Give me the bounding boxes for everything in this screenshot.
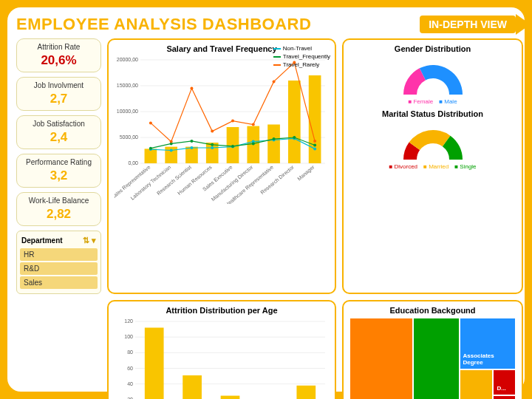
sort-icon[interactable]: ⇅ bbox=[83, 236, 89, 245]
svg-text:10000,00: 10000,00 bbox=[117, 109, 138, 114]
salary-svg: 0,005000,0010000,0015000,0020000,00Sales… bbox=[115, 56, 329, 204]
svg-text:100: 100 bbox=[124, 334, 133, 339]
svg-text:40: 40 bbox=[127, 381, 133, 386]
marital-donut bbox=[381, 121, 485, 162]
filter-icon[interactable]: ▾ bbox=[92, 236, 96, 245]
dept-item[interactable]: HR bbox=[20, 248, 98, 261]
attrition-svg: 02040608010012025 - 3435 - 4445 - 54Over… bbox=[115, 318, 329, 399]
svg-rect-17 bbox=[288, 81, 301, 163]
education-treemap: Bachelor's Degree Master's Degree Associ… bbox=[349, 318, 516, 399]
page-title: EMPLOYEE ANALYSIS DASHBOARD bbox=[16, 15, 311, 34]
kpi-attrition: Attrition Rate20,6% bbox=[16, 38, 101, 72]
svg-rect-71 bbox=[221, 396, 240, 399]
svg-text:Human Resources: Human Resources bbox=[177, 164, 213, 196]
svg-rect-73 bbox=[296, 386, 316, 399]
svg-rect-10 bbox=[145, 149, 157, 163]
kpi-involvement: Job Involvment2,7 bbox=[16, 77, 101, 111]
header: EMPLOYEE ANALYSIS DASHBOARD IN-DEPTH VIE… bbox=[16, 15, 516, 34]
svg-rect-69 bbox=[145, 327, 164, 399]
dashboard-panel: EMPLOYEE ANALYSIS DASHBOARD IN-DEPTH VIE… bbox=[7, 7, 525, 392]
education-card: Education Backgound Bachelor's Degree Ma… bbox=[342, 300, 523, 399]
svg-text:Manager: Manager bbox=[296, 164, 316, 182]
svg-text:80: 80 bbox=[127, 349, 133, 355]
svg-text:Research Scientist: Research Scientist bbox=[156, 164, 192, 196]
kpi-wlb: Work-Life Balance2,82 bbox=[16, 192, 101, 226]
gender-donut bbox=[381, 56, 485, 97]
svg-text:0,00: 0,00 bbox=[128, 160, 138, 166]
svg-rect-16 bbox=[267, 125, 280, 164]
svg-text:5000,00: 5000,00 bbox=[120, 134, 138, 140]
svg-text:120: 120 bbox=[124, 318, 133, 324]
kpi-satisfaction: Job Satisfaction2,4 bbox=[16, 115, 101, 149]
kpi-column: Attrition Rate20,6% Job Involvment2,7 Jo… bbox=[16, 38, 101, 294]
dept-item[interactable]: R&D bbox=[20, 262, 98, 275]
dept-item[interactable]: Sales bbox=[20, 276, 98, 289]
svg-text:15000,00: 15000,00 bbox=[117, 83, 138, 88]
svg-text:60: 60 bbox=[127, 366, 133, 371]
svg-text:20000,00: 20000,00 bbox=[117, 57, 138, 62]
attrition-chart: Attrition Distribution per Age 020406080… bbox=[107, 300, 336, 399]
svg-rect-70 bbox=[183, 375, 202, 399]
in-depth-button[interactable]: IN-DEPTH VIEW bbox=[420, 16, 516, 33]
distribution-card: Gender Distribution FemaleMale Marital S… bbox=[342, 38, 523, 294]
salary-legend: Non-Travel Travel_Frequently Travel_Rare… bbox=[273, 44, 330, 69]
department-filter[interactable]: Department⇅▾ HR R&D Sales bbox=[16, 231, 101, 294]
salary-chart: Salary and Travel Frequency Non-Travel T… bbox=[107, 38, 336, 294]
kpi-performance: Performance Rating3,2 bbox=[16, 154, 101, 188]
